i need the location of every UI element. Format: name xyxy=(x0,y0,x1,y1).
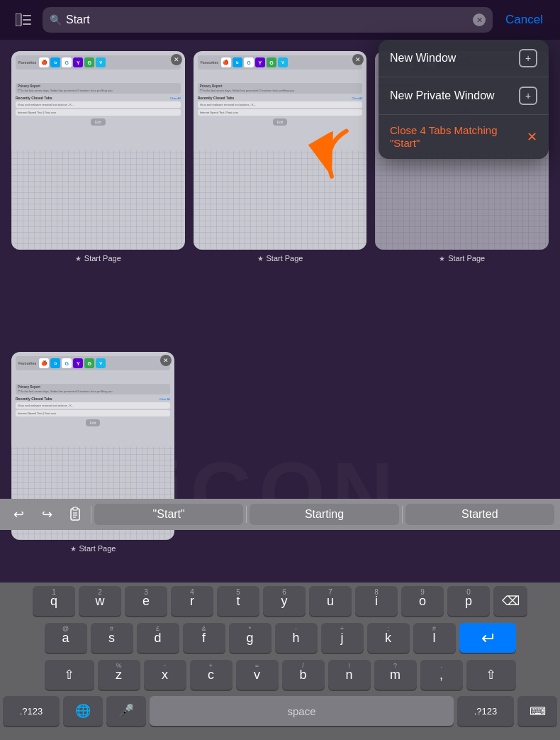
backspace-key[interactable]: ⌫ xyxy=(493,586,527,616)
space-key[interactable]: space xyxy=(150,696,454,726)
close-tabs-x-icon: ✕ xyxy=(527,129,537,145)
close-tabs-item[interactable]: Close 4 Tabs Matching"Start" ✕ xyxy=(379,115,549,159)
key-j[interactable]: +j xyxy=(321,623,364,653)
key-4[interactable]: 4r xyxy=(171,586,213,616)
key-m[interactable]: ?m xyxy=(374,660,417,690)
key-v[interactable]: =v xyxy=(236,660,279,690)
keyboard-row-2: @a #s £d &f *g -h +j ;k #l xyxy=(0,619,560,656)
numbers-key-2[interactable]: .?123 xyxy=(457,696,514,726)
star-icon-2: ★ xyxy=(257,255,264,263)
key-g[interactable]: *g xyxy=(229,623,271,653)
suggestion-2[interactable]: Starting xyxy=(250,504,398,525)
shift-key-right[interactable]: ⇧ xyxy=(466,660,516,690)
suggestion-1[interactable]: "Start" xyxy=(94,504,243,525)
key-n[interactable]: !n xyxy=(328,660,371,690)
key-s[interactable]: #s xyxy=(91,623,133,653)
key-h[interactable]: -h xyxy=(275,623,318,653)
key-f[interactable]: &f xyxy=(183,623,225,653)
tab-grid-bottom: ✕ Favourites 🍎 b G Y G V Privacy Report … xyxy=(0,352,560,572)
key-period[interactable]: ., xyxy=(420,660,463,690)
search-input[interactable] xyxy=(66,13,469,26)
key-x[interactable]: -x xyxy=(144,660,186,690)
close-tab-4[interactable]: ✕ xyxy=(160,355,172,366)
close-tabs-label: Close 4 Tabs Matching"Start" xyxy=(390,124,497,150)
tab-card-1[interactable]: ✕ Favourites 🍎 b G Y G V Privacy Report … xyxy=(11,51,185,346)
close-tab-1[interactable]: ✕ xyxy=(171,54,182,65)
key-b[interactable]: /b xyxy=(282,660,325,690)
key-3[interactable]: 3e xyxy=(125,586,167,616)
key-7[interactable]: 7u xyxy=(309,586,352,616)
tab-label-1: ★ Start Page xyxy=(11,250,185,264)
key-6[interactable]: 6y xyxy=(263,586,306,616)
keyboard-row-1: 1q 2w 3e 4r 5t 6y 7u 8i 9o 0p ⌫ xyxy=(0,582,560,619)
star-icon-1: ★ xyxy=(75,255,82,263)
new-private-window-label: New Private Window xyxy=(390,89,495,102)
key-a[interactable]: @a xyxy=(45,623,87,653)
keyboard-dismiss-key[interactable]: ⌨ xyxy=(517,696,557,726)
star-icon-3: ★ xyxy=(439,255,445,263)
svg-rect-6 xyxy=(73,507,77,510)
key-0[interactable]: 0p xyxy=(447,586,490,616)
svg-rect-3 xyxy=(23,23,31,25)
tab-card-4[interactable]: ✕ Favourites 🍎 b G Y G V Privacy Report … xyxy=(11,352,174,572)
redo-button[interactable]: ↪ xyxy=(34,502,60,527)
key-c[interactable]: +c xyxy=(190,660,233,690)
keyboard: 1q 2w 3e 4r 5t 6y 7u 8i 9o 0p ⌫ @a #s £d… xyxy=(0,582,560,740)
tab-label-2: ★ Start Page xyxy=(194,250,367,264)
top-bar: 🔍 ✕ Cancel xyxy=(0,0,560,40)
shift-key[interactable]: ⇧ xyxy=(45,660,94,690)
new-window-item[interactable]: New Window + xyxy=(379,40,549,77)
new-window-label: New Window xyxy=(390,52,456,65)
search-bar[interactable]: 🔍 ✕ xyxy=(43,7,493,33)
globe-key[interactable]: 🌐 xyxy=(63,696,103,726)
search-clear-button[interactable]: ✕ xyxy=(473,13,486,26)
star-icon-4: ★ xyxy=(70,545,77,553)
numbers-key[interactable]: .?123 xyxy=(3,696,60,726)
svg-rect-2 xyxy=(23,19,31,21)
return-key[interactable] xyxy=(459,623,516,653)
key-z[interactable]: %z xyxy=(98,660,140,690)
predictive-bar: ↩ ↪ "Start" Starting Started xyxy=(0,499,560,530)
svg-rect-0 xyxy=(16,13,21,26)
dropdown-menu: New Window + New Private Window + Close … xyxy=(379,40,549,159)
new-window-icon: + xyxy=(519,49,537,67)
key-5[interactable]: 5t xyxy=(217,586,259,616)
undo-button[interactable]: ↩ xyxy=(6,502,31,527)
keyboard-bottom-row: .?123 🌐 🎤 space .?123 ⌨ xyxy=(0,693,560,740)
svg-rect-1 xyxy=(23,15,31,16)
search-icon: 🔍 xyxy=(50,14,62,26)
new-private-window-icon: + xyxy=(519,87,537,105)
sidebar-button[interactable] xyxy=(11,8,35,32)
mic-key[interactable]: 🎤 xyxy=(106,696,146,726)
key-9[interactable]: 9o xyxy=(401,586,444,616)
cancel-button[interactable]: Cancel xyxy=(500,10,549,30)
key-k[interactable]: ;k xyxy=(367,623,410,653)
new-private-window-item[interactable]: New Private Window + xyxy=(379,77,549,115)
key-8[interactable]: 8i xyxy=(355,586,398,616)
key-2[interactable]: 2w xyxy=(79,586,121,616)
key-l[interactable]: #l xyxy=(413,623,456,653)
key-1[interactable]: 1q xyxy=(33,586,75,616)
suggestion-3[interactable]: Started xyxy=(405,504,554,525)
key-d[interactable]: £d xyxy=(137,623,179,653)
paste-button[interactable] xyxy=(62,502,88,527)
tab-label-3: ★ Start Page xyxy=(375,250,549,264)
keyboard-row-3: ⇧ %z -x +c =v /b !n ?m ., ⇧ xyxy=(0,656,560,693)
tab-label-4: ★ Start Page xyxy=(11,540,174,554)
